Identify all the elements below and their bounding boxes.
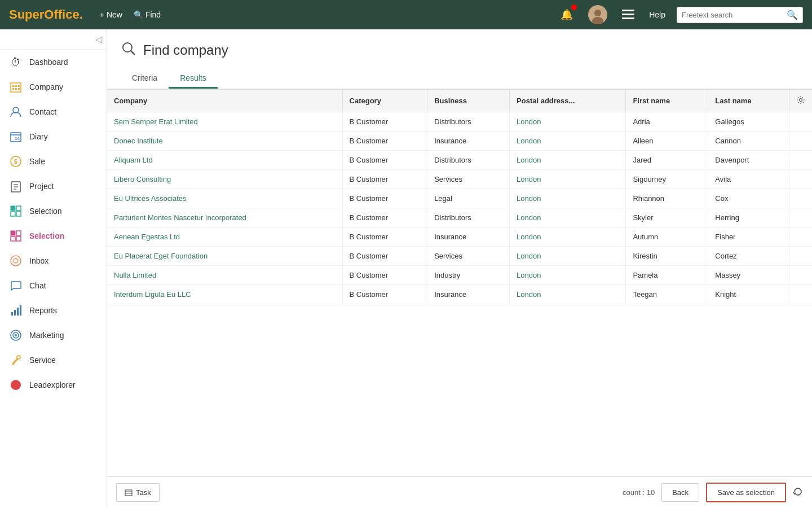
cell-company[interactable]: Donec Institute bbox=[107, 132, 342, 151]
leadexplorer-icon bbox=[9, 378, 23, 392]
svg-point-38 bbox=[15, 334, 17, 336]
task-button[interactable]: Task bbox=[116, 483, 160, 502]
sidebar-item-diary[interactable]: 14 Diary bbox=[0, 124, 107, 149]
cell-firstname: Adria bbox=[626, 112, 708, 132]
tab-results[interactable]: Results bbox=[169, 69, 218, 89]
cell-category: B Customer bbox=[342, 285, 427, 304]
sidebar-item-dashboard[interactable]: ⏱ Dashboard bbox=[0, 50, 107, 75]
notification-badge bbox=[571, 5, 577, 10]
service-icon bbox=[9, 353, 23, 367]
user-avatar[interactable] bbox=[588, 5, 607, 24]
cell-company[interactable]: Nulla Limited bbox=[107, 266, 342, 285]
search-box[interactable]: 🔍 bbox=[677, 7, 803, 23]
cell-company[interactable]: Aenean Egestas Ltd bbox=[107, 227, 342, 247]
save-as-selection-button[interactable]: Save as selection bbox=[706, 483, 786, 502]
cell-business: Industry bbox=[427, 266, 510, 285]
cell-postal: London bbox=[510, 132, 626, 151]
svg-rect-4 bbox=[622, 17, 634, 19]
svg-point-1 bbox=[592, 17, 603, 24]
search-icon: 🔍 bbox=[787, 10, 798, 20]
menu-icon[interactable] bbox=[619, 5, 638, 24]
back-button[interactable]: Back bbox=[661, 483, 699, 502]
table-row[interactable]: Eu Ultrices AssociatesB CustomerLegalLon… bbox=[107, 189, 812, 208]
notifications-icon[interactable]: 🔔 bbox=[557, 5, 577, 25]
sidebar-item-chat[interactable]: Chat bbox=[0, 273, 107, 298]
sidebar-collapse-toggle[interactable]: ◁ bbox=[0, 29, 107, 50]
cell-category: B Customer bbox=[342, 170, 427, 189]
cell-lastname: Fisher bbox=[708, 227, 789, 247]
table-row[interactable]: Aliquam LtdB CustomerDistributorsLondonJ… bbox=[107, 151, 812, 170]
cell-company[interactable]: Interdum Ligula Eu LLC bbox=[107, 285, 342, 304]
svg-rect-23 bbox=[16, 206, 21, 211]
svg-rect-33 bbox=[14, 310, 16, 316]
cell-settings bbox=[789, 266, 813, 285]
tabs-bar: Criteria Results bbox=[107, 69, 812, 89]
col-business: Business bbox=[427, 90, 510, 112]
find-company-icon bbox=[121, 41, 136, 60]
col-company: Company bbox=[107, 90, 342, 112]
chat-icon bbox=[9, 279, 23, 292]
cell-lastname: Davenport bbox=[708, 151, 789, 170]
svg-rect-11 bbox=[18, 88, 20, 90]
col-lastname: Last name bbox=[708, 90, 789, 112]
cell-lastname: Cannon bbox=[708, 132, 789, 151]
sidebar-item-sale[interactable]: $ Sale bbox=[0, 149, 107, 174]
table-row[interactable]: Donec InstituteB CustomerInsuranceLondon… bbox=[107, 132, 812, 151]
sidebar-item-selection[interactable]: Selection bbox=[0, 199, 107, 224]
top-navigation: SuperOffice. + New 🔍 Find 🔔 Help 🔍 bbox=[0, 0, 812, 29]
find-icon: 🔍 bbox=[134, 10, 143, 19]
sidebar-item-service[interactable]: Service bbox=[0, 348, 107, 373]
table-row[interactable]: Eu Placerat Eget FoundationB CustomerSer… bbox=[107, 247, 812, 266]
col-category: Category bbox=[342, 90, 427, 112]
table-row[interactable]: Nulla LimitedB CustomerIndustryLondonPam… bbox=[107, 266, 812, 285]
dashboard-icon: ⏱ bbox=[9, 55, 23, 69]
sidebar-item-selection-active[interactable]: Selection bbox=[0, 224, 107, 248]
cell-company[interactable]: Sem Semper Erat Limited bbox=[107, 112, 342, 132]
sidebar-item-label: Diary bbox=[29, 132, 48, 141]
cell-company[interactable]: Eu Ultrices Associates bbox=[107, 189, 342, 208]
svg-rect-5 bbox=[11, 83, 21, 92]
svg-rect-3 bbox=[622, 14, 634, 15]
cell-postal: London bbox=[510, 285, 626, 304]
cell-company[interactable]: Parturient Montes Nascetur Incorporated bbox=[107, 208, 342, 227]
svg-point-0 bbox=[594, 10, 601, 16]
find-button[interactable]: 🔍 Find bbox=[134, 10, 161, 19]
sidebar-item-company[interactable]: Company bbox=[0, 75, 107, 99]
cell-postal: London bbox=[510, 247, 626, 266]
reports-icon bbox=[9, 304, 23, 317]
table-row[interactable]: Interdum Ligula Eu LLCB CustomerInsuranc… bbox=[107, 285, 812, 304]
cell-company[interactable]: Eu Placerat Eget Foundation bbox=[107, 247, 342, 266]
sidebar-item-inbox[interactable]: Inbox bbox=[0, 248, 107, 273]
cell-firstname: Jared bbox=[626, 151, 708, 170]
cell-company[interactable]: Libero Consulting bbox=[107, 170, 342, 189]
cell-category: B Customer bbox=[342, 227, 427, 247]
col-firstname: First name bbox=[626, 90, 708, 112]
logo-text: SuperOffice bbox=[9, 7, 80, 21]
table-row[interactable]: Parturient Montes Nascetur IncorporatedB… bbox=[107, 208, 812, 227]
svg-line-42 bbox=[131, 51, 135, 55]
table-settings-icon[interactable] bbox=[789, 90, 813, 112]
table-row[interactable]: Libero ConsultingB CustomerServicesLondo… bbox=[107, 170, 812, 189]
page-header: Find company bbox=[107, 29, 812, 69]
col-postal: Postal address... bbox=[510, 90, 626, 112]
table-row[interactable]: Aenean Egestas LtdB CustomerInsuranceLon… bbox=[107, 227, 812, 247]
refresh-button[interactable] bbox=[793, 487, 803, 499]
sidebar-item-marketing[interactable]: Marketing bbox=[0, 323, 107, 348]
sidebar-item-project[interactable]: Project bbox=[0, 174, 107, 199]
sidebar-item-label: Service bbox=[29, 356, 56, 365]
sidebar-item-leadexplorer[interactable]: Leadexplorer bbox=[0, 373, 107, 397]
results-table-wrapper[interactable]: Company Category Business Postal address… bbox=[107, 89, 812, 476]
tab-criteria[interactable]: Criteria bbox=[121, 69, 169, 89]
svg-point-31 bbox=[14, 259, 18, 263]
sidebar-item-contact[interactable]: Contact bbox=[0, 99, 107, 124]
sidebar-item-reports[interactable]: Reports bbox=[0, 298, 107, 323]
table-row[interactable]: Sem Semper Erat LimitedB CustomerDistrib… bbox=[107, 112, 812, 132]
svg-rect-44 bbox=[125, 490, 132, 496]
cell-company[interactable]: Aliquam Ltd bbox=[107, 151, 342, 170]
app-logo[interactable]: SuperOffice. bbox=[9, 7, 83, 22]
cell-business: Insurance bbox=[427, 285, 510, 304]
help-link[interactable]: Help bbox=[649, 10, 665, 19]
search-input[interactable] bbox=[682, 11, 783, 19]
new-button[interactable]: + New bbox=[100, 10, 122, 19]
svg-rect-27 bbox=[16, 231, 21, 235]
